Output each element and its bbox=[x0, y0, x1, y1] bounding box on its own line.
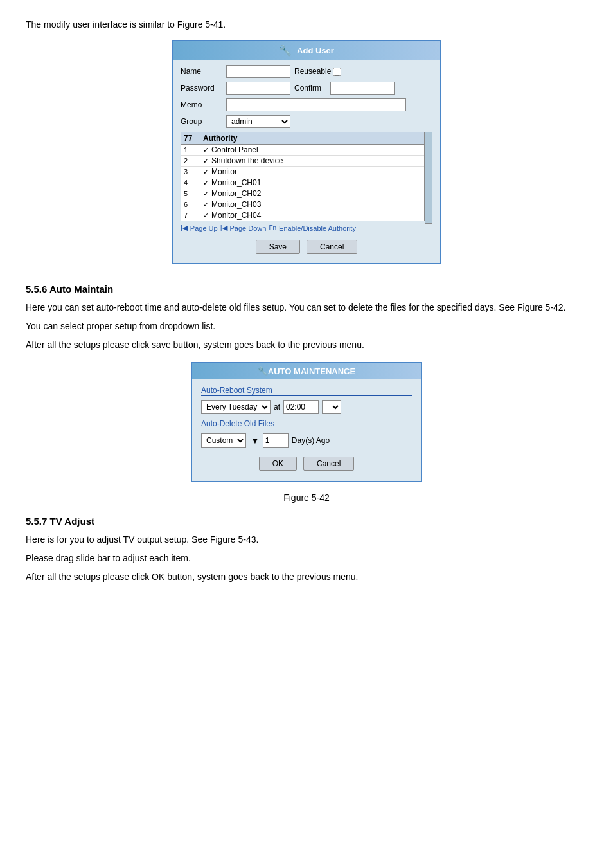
name-input[interactable] bbox=[226, 65, 290, 78]
add-user-dialog: 🔧 Add User Name Reuseable Password Confi… bbox=[172, 40, 441, 264]
nav-row: |◀ Page Up |◀ Page Down Fn Enable/Disabl… bbox=[181, 224, 432, 232]
name-label: Name bbox=[181, 67, 222, 76]
confirm-label: Confirm bbox=[294, 84, 326, 93]
section-556-para2: You can select proper setup from dropdow… bbox=[26, 320, 587, 333]
authority-scrollbar[interactable] bbox=[425, 132, 432, 224]
auto-delete-label: Auto-Delete Old Files bbox=[201, 419, 412, 429]
auto-maintenance-title-bar: 🔧 AUTO MAINTENANCE bbox=[192, 363, 421, 379]
save-button[interactable]: Save bbox=[256, 240, 300, 254]
enable-authority-btn[interactable]: Enable/Disable Authority bbox=[279, 224, 356, 232]
dialog-icon: 🔧 bbox=[279, 44, 292, 57]
add-user-title-bar: 🔧 Add User bbox=[173, 41, 440, 60]
delete-days-input[interactable] bbox=[263, 433, 289, 448]
section-556-heading: 5.5.6 Auto Maintain bbox=[26, 284, 587, 294]
password-label: Password bbox=[181, 84, 222, 93]
auto-dialog-icon: 🔧 bbox=[258, 366, 268, 376]
authority-row: 1 ✓ Control Panel bbox=[181, 145, 424, 156]
section-556-para1: Here you can set auto-reboot time and au… bbox=[26, 301, 587, 314]
authority-row: 2 ✓ Shutdown the device bbox=[181, 156, 424, 167]
cancel-button-auto[interactable]: Cancel bbox=[303, 457, 354, 471]
delete-type-select[interactable]: Custom bbox=[201, 433, 246, 448]
memo-input[interactable] bbox=[226, 98, 406, 111]
page-down-btn[interactable]: Page Down bbox=[230, 224, 267, 232]
section-556: 5.5.6 Auto Maintain Here you can set aut… bbox=[26, 284, 587, 352]
password-input[interactable] bbox=[226, 82, 290, 95]
authority-row: 7 ✓ Monitor_CH04 bbox=[181, 210, 424, 221]
memo-row: Memo bbox=[181, 98, 432, 111]
reboot-time-input[interactable] bbox=[283, 400, 319, 414]
memo-label: Memo bbox=[181, 100, 222, 109]
figure-542-caption: Figure 5-42 bbox=[26, 493, 587, 503]
confirm-input[interactable] bbox=[330, 82, 395, 95]
group-row: Group admin bbox=[181, 115, 432, 128]
auto-reboot-row: Every Tuesday at ▼ bbox=[201, 400, 412, 414]
section-557-para1: Here is for you to adjust TV output setu… bbox=[26, 533, 587, 547]
section-556-para3: After all the setups please click save b… bbox=[26, 338, 587, 352]
authority-row: 5 ✓ Monitor_CH02 bbox=[181, 188, 424, 199]
add-user-dialog-container: 🔧 Add User Name Reuseable Password Confi… bbox=[26, 40, 587, 264]
reuseable-checkbox[interactable] bbox=[333, 68, 341, 76]
auto-maintenance-title: AUTO MAINTENANCE bbox=[268, 366, 355, 376]
authority-row: 6 ✓ Monitor_CH03 bbox=[181, 199, 424, 210]
name-row: Name Reuseable bbox=[181, 65, 432, 78]
password-row: Password Confirm bbox=[181, 82, 432, 95]
auto-maintenance-dialog: 🔧 AUTO MAINTENANCE Auto-Reboot System Ev… bbox=[191, 362, 422, 482]
add-user-body: Name Reuseable Password Confirm Memo bbox=[173, 60, 440, 263]
cancel-button[interactable]: Cancel bbox=[306, 240, 357, 254]
page-last-icon[interactable]: |◀ bbox=[220, 224, 227, 232]
intro-text: The modify user interface is similar to … bbox=[26, 19, 587, 30]
auto-delete-row: Custom ▼ Day(s) Ago bbox=[201, 433, 412, 448]
authority-container: 77 Authority 1 ✓ Control Panel 2 ✓ Shutd… bbox=[181, 132, 432, 224]
auto-maintenance-body: Auto-Reboot System Every Tuesday at ▼ Au… bbox=[192, 379, 421, 481]
auto-maintenance-dialog-container: 🔧 AUTO MAINTENANCE Auto-Reboot System Ev… bbox=[26, 362, 587, 482]
reboot-day-select[interactable]: Every Tuesday bbox=[201, 400, 271, 414]
page-first-icon[interactable]: |◀ bbox=[181, 224, 188, 232]
reuseable-label: Reuseable bbox=[294, 67, 341, 76]
delete-type-dropdown-icon: ▼ bbox=[251, 435, 260, 446]
authority-header: 77 Authority bbox=[181, 132, 424, 145]
authority-col-num: 77 bbox=[184, 134, 203, 143]
authority-col-name: Authority bbox=[203, 134, 422, 143]
section-557-para2: Please drag slide bar to adjust each ite… bbox=[26, 552, 587, 565]
reboot-time-dropdown[interactable]: ▼ bbox=[322, 400, 341, 414]
add-user-footer: Save Cancel bbox=[181, 236, 432, 258]
days-ago-label: Day(s) Ago bbox=[292, 436, 330, 445]
authority-row: 3 ✓ Monitor bbox=[181, 167, 424, 177]
group-label: Group bbox=[181, 117, 222, 126]
section-557-para3: After all the setups please click OK but… bbox=[26, 570, 587, 584]
auto-maintenance-footer: OK Cancel bbox=[201, 453, 412, 475]
page-up-btn[interactable]: Page Up bbox=[190, 224, 218, 232]
group-select[interactable]: admin bbox=[226, 115, 290, 128]
at-label: at bbox=[274, 402, 280, 411]
fn-icon: Fn bbox=[269, 224, 276, 231]
auto-reboot-label: Auto-Reboot System bbox=[201, 386, 412, 396]
authority-row: 4 ✓ Monitor_CH01 bbox=[181, 177, 424, 188]
add-user-title: Add User bbox=[297, 46, 334, 55]
section-557: 5.5.7 TV Adjust Here is for you to adjus… bbox=[26, 516, 587, 584]
ok-button[interactable]: OK bbox=[259, 457, 297, 471]
authority-list: 77 Authority 1 ✓ Control Panel 2 ✓ Shutd… bbox=[181, 132, 425, 221]
section-557-heading: 5.5.7 TV Adjust bbox=[26, 516, 587, 527]
